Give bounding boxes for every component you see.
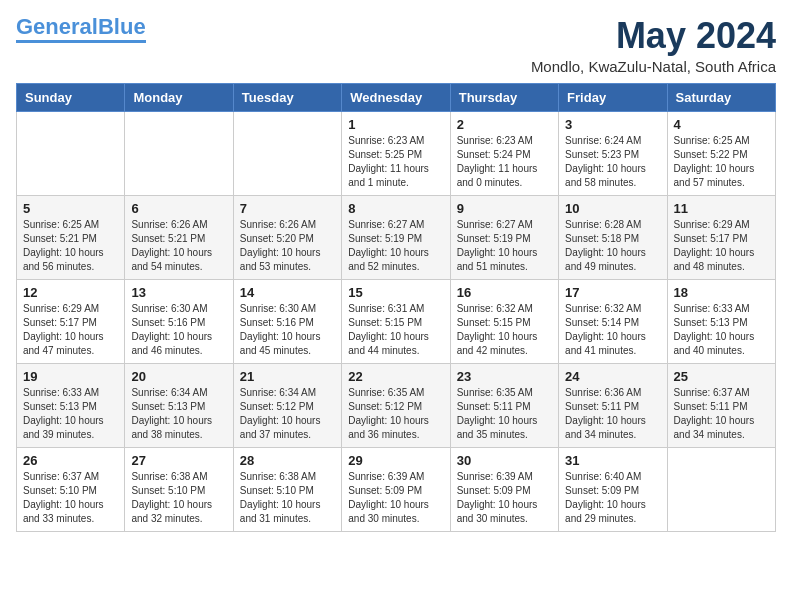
- calendar-cell: 19Sunrise: 6:33 AM Sunset: 5:13 PM Dayli…: [17, 363, 125, 447]
- calendar-cell: 14Sunrise: 6:30 AM Sunset: 5:16 PM Dayli…: [233, 279, 341, 363]
- logo: GeneralBlue: [16, 16, 146, 43]
- day-info: Sunrise: 6:32 AM Sunset: 5:15 PM Dayligh…: [457, 302, 552, 358]
- calendar-cell: 1Sunrise: 6:23 AM Sunset: 5:25 PM Daylig…: [342, 111, 450, 195]
- day-info: Sunrise: 6:30 AM Sunset: 5:16 PM Dayligh…: [240, 302, 335, 358]
- logo-text: GeneralBlue: [16, 16, 146, 38]
- day-number: 9: [457, 201, 552, 216]
- day-number: 14: [240, 285, 335, 300]
- day-number: 31: [565, 453, 660, 468]
- calendar-cell: 15Sunrise: 6:31 AM Sunset: 5:15 PM Dayli…: [342, 279, 450, 363]
- calendar-body: 1Sunrise: 6:23 AM Sunset: 5:25 PM Daylig…: [17, 111, 776, 531]
- day-number: 12: [23, 285, 118, 300]
- calendar-cell: 5Sunrise: 6:25 AM Sunset: 5:21 PM Daylig…: [17, 195, 125, 279]
- day-info: Sunrise: 6:25 AM Sunset: 5:22 PM Dayligh…: [674, 134, 769, 190]
- calendar-week-row: 12Sunrise: 6:29 AM Sunset: 5:17 PM Dayli…: [17, 279, 776, 363]
- calendar-cell: 17Sunrise: 6:32 AM Sunset: 5:14 PM Dayli…: [559, 279, 667, 363]
- day-number: 15: [348, 285, 443, 300]
- day-number: 24: [565, 369, 660, 384]
- calendar-week-row: 26Sunrise: 6:37 AM Sunset: 5:10 PM Dayli…: [17, 447, 776, 531]
- day-number: 25: [674, 369, 769, 384]
- logo-general: General: [16, 14, 98, 39]
- page-header: GeneralBlue May 2024 Mondlo, KwaZulu-Nat…: [16, 16, 776, 75]
- calendar: SundayMondayTuesdayWednesdayThursdayFrid…: [16, 83, 776, 532]
- calendar-cell: 2Sunrise: 6:23 AM Sunset: 5:24 PM Daylig…: [450, 111, 558, 195]
- day-info: Sunrise: 6:36 AM Sunset: 5:11 PM Dayligh…: [565, 386, 660, 442]
- day-info: Sunrise: 6:23 AM Sunset: 5:25 PM Dayligh…: [348, 134, 443, 190]
- calendar-cell: 27Sunrise: 6:38 AM Sunset: 5:10 PM Dayli…: [125, 447, 233, 531]
- calendar-week-row: 5Sunrise: 6:25 AM Sunset: 5:21 PM Daylig…: [17, 195, 776, 279]
- calendar-cell: 22Sunrise: 6:35 AM Sunset: 5:12 PM Dayli…: [342, 363, 450, 447]
- logo-blue: Blue: [98, 14, 146, 39]
- day-info: Sunrise: 6:25 AM Sunset: 5:21 PM Dayligh…: [23, 218, 118, 274]
- calendar-cell: 6Sunrise: 6:26 AM Sunset: 5:21 PM Daylig…: [125, 195, 233, 279]
- day-info: Sunrise: 6:24 AM Sunset: 5:23 PM Dayligh…: [565, 134, 660, 190]
- day-number: 1: [348, 117, 443, 132]
- calendar-cell: 16Sunrise: 6:32 AM Sunset: 5:15 PM Dayli…: [450, 279, 558, 363]
- calendar-cell: 26Sunrise: 6:37 AM Sunset: 5:10 PM Dayli…: [17, 447, 125, 531]
- calendar-cell: 29Sunrise: 6:39 AM Sunset: 5:09 PM Dayli…: [342, 447, 450, 531]
- day-number: 3: [565, 117, 660, 132]
- logo-underline: [16, 40, 146, 43]
- calendar-cell: 9Sunrise: 6:27 AM Sunset: 5:19 PM Daylig…: [450, 195, 558, 279]
- day-info: Sunrise: 6:33 AM Sunset: 5:13 PM Dayligh…: [23, 386, 118, 442]
- day-number: 5: [23, 201, 118, 216]
- day-info: Sunrise: 6:30 AM Sunset: 5:16 PM Dayligh…: [131, 302, 226, 358]
- calendar-cell: 20Sunrise: 6:34 AM Sunset: 5:13 PM Dayli…: [125, 363, 233, 447]
- day-number: 13: [131, 285, 226, 300]
- day-info: Sunrise: 6:40 AM Sunset: 5:09 PM Dayligh…: [565, 470, 660, 526]
- weekday-header: Friday: [559, 83, 667, 111]
- day-number: 21: [240, 369, 335, 384]
- calendar-cell: 25Sunrise: 6:37 AM Sunset: 5:11 PM Dayli…: [667, 363, 775, 447]
- day-info: Sunrise: 6:27 AM Sunset: 5:19 PM Dayligh…: [457, 218, 552, 274]
- day-info: Sunrise: 6:23 AM Sunset: 5:24 PM Dayligh…: [457, 134, 552, 190]
- calendar-cell: 4Sunrise: 6:25 AM Sunset: 5:22 PM Daylig…: [667, 111, 775, 195]
- weekday-header-row: SundayMondayTuesdayWednesdayThursdayFrid…: [17, 83, 776, 111]
- day-number: 16: [457, 285, 552, 300]
- calendar-week-row: 19Sunrise: 6:33 AM Sunset: 5:13 PM Dayli…: [17, 363, 776, 447]
- day-number: 6: [131, 201, 226, 216]
- day-info: Sunrise: 6:39 AM Sunset: 5:09 PM Dayligh…: [457, 470, 552, 526]
- day-info: Sunrise: 6:39 AM Sunset: 5:09 PM Dayligh…: [348, 470, 443, 526]
- weekday-header: Tuesday: [233, 83, 341, 111]
- day-info: Sunrise: 6:33 AM Sunset: 5:13 PM Dayligh…: [674, 302, 769, 358]
- calendar-cell: 12Sunrise: 6:29 AM Sunset: 5:17 PM Dayli…: [17, 279, 125, 363]
- day-number: 11: [674, 201, 769, 216]
- day-info: Sunrise: 6:28 AM Sunset: 5:18 PM Dayligh…: [565, 218, 660, 274]
- calendar-cell: 7Sunrise: 6:26 AM Sunset: 5:20 PM Daylig…: [233, 195, 341, 279]
- day-info: Sunrise: 6:37 AM Sunset: 5:10 PM Dayligh…: [23, 470, 118, 526]
- day-info: Sunrise: 6:26 AM Sunset: 5:21 PM Dayligh…: [131, 218, 226, 274]
- day-number: 20: [131, 369, 226, 384]
- day-info: Sunrise: 6:27 AM Sunset: 5:19 PM Dayligh…: [348, 218, 443, 274]
- calendar-cell: 18Sunrise: 6:33 AM Sunset: 5:13 PM Dayli…: [667, 279, 775, 363]
- day-info: Sunrise: 6:31 AM Sunset: 5:15 PM Dayligh…: [348, 302, 443, 358]
- day-info: Sunrise: 6:26 AM Sunset: 5:20 PM Dayligh…: [240, 218, 335, 274]
- calendar-cell: 23Sunrise: 6:35 AM Sunset: 5:11 PM Dayli…: [450, 363, 558, 447]
- weekday-header: Thursday: [450, 83, 558, 111]
- day-number: 22: [348, 369, 443, 384]
- day-number: 2: [457, 117, 552, 132]
- day-number: 4: [674, 117, 769, 132]
- month-title: May 2024: [531, 16, 776, 56]
- calendar-cell: 11Sunrise: 6:29 AM Sunset: 5:17 PM Dayli…: [667, 195, 775, 279]
- calendar-cell: [667, 447, 775, 531]
- calendar-cell: 24Sunrise: 6:36 AM Sunset: 5:11 PM Dayli…: [559, 363, 667, 447]
- weekday-header: Sunday: [17, 83, 125, 111]
- calendar-cell: 13Sunrise: 6:30 AM Sunset: 5:16 PM Dayli…: [125, 279, 233, 363]
- weekday-header: Saturday: [667, 83, 775, 111]
- day-info: Sunrise: 6:29 AM Sunset: 5:17 PM Dayligh…: [23, 302, 118, 358]
- day-number: 29: [348, 453, 443, 468]
- day-info: Sunrise: 6:37 AM Sunset: 5:11 PM Dayligh…: [674, 386, 769, 442]
- day-info: Sunrise: 6:38 AM Sunset: 5:10 PM Dayligh…: [131, 470, 226, 526]
- calendar-cell: [17, 111, 125, 195]
- day-info: Sunrise: 6:35 AM Sunset: 5:11 PM Dayligh…: [457, 386, 552, 442]
- calendar-cell: [125, 111, 233, 195]
- day-info: Sunrise: 6:29 AM Sunset: 5:17 PM Dayligh…: [674, 218, 769, 274]
- calendar-cell: 30Sunrise: 6:39 AM Sunset: 5:09 PM Dayli…: [450, 447, 558, 531]
- weekday-header: Wednesday: [342, 83, 450, 111]
- calendar-cell: [233, 111, 341, 195]
- day-number: 10: [565, 201, 660, 216]
- day-number: 17: [565, 285, 660, 300]
- day-info: Sunrise: 6:34 AM Sunset: 5:12 PM Dayligh…: [240, 386, 335, 442]
- title-area: May 2024 Mondlo, KwaZulu-Natal, South Af…: [531, 16, 776, 75]
- location: Mondlo, KwaZulu-Natal, South Africa: [531, 58, 776, 75]
